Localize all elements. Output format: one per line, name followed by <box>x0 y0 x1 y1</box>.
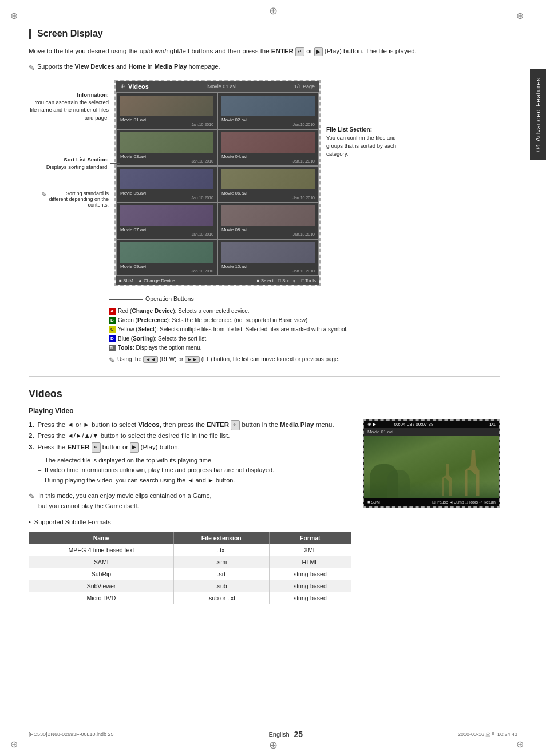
player-cell: Movie 05.avi Jan.10.2010 <box>117 167 217 202</box>
note-icon: ✎ <box>29 62 35 74</box>
operation-title: Operation Buttons <box>145 295 194 302</box>
screen-display-title: Screen Display <box>29 29 500 39</box>
video-preview-header: ⊕ ▶ 00:04:03 / 00:07:38 ———————— 1/1 <box>364 421 499 428</box>
player-cell: Movie 02.avi Jan.10.2010 <box>218 93 318 129</box>
player-cell: Movie 06.avi Jan.10.2010 <box>218 167 318 202</box>
diagram-area: Information: You can ascertain the selec… <box>29 80 500 286</box>
col-ext: File extension <box>173 532 269 544</box>
steps-list: 1. Press the ◄ or ► button to select Vid… <box>29 419 351 453</box>
game-note: ✎ In this mode, you can enjoy movie clip… <box>29 491 351 511</box>
playing-video-title: Playing Video <box>29 407 500 415</box>
op-yellow: C Yellow (Select): Selects multiple file… <box>109 325 500 334</box>
step-1: 1. Press the ◄ or ► button to select Vid… <box>29 419 351 431</box>
video-preview: ⊕ ▶ 00:04:03 / 00:07:38 ———————— 1/1 Mov… <box>363 419 500 508</box>
sub-step-2: If video time information is unknown, pl… <box>38 465 351 476</box>
player-grid: Movie 01.avi Jan.10.2010 Movie 02.avi Ja… <box>116 92 319 276</box>
video-filename: Movie 01.avi <box>364 428 499 436</box>
table-row: MPEG-4 time-based text .ttxt XML <box>29 544 351 556</box>
video-preview-image <box>364 436 499 498</box>
op-tools: TL Tools: Displays the option menu. <box>109 343 500 353</box>
english-label: English <box>268 731 289 738</box>
table-row: SAMI .smi HTML <box>29 556 351 568</box>
operation-section: Operation Buttons A Red (Change Device):… <box>109 295 500 365</box>
crosshair-bottom: ⊕ <box>269 739 278 751</box>
side-tab: 04 Advanced Features <box>530 69 546 160</box>
sub-step-1: The selected file is displayed on the to… <box>38 456 351 466</box>
diagram-labels-left: Information: You can ascertain the selec… <box>29 80 109 286</box>
diagram-labels-right: File List Section: You can confirm the f… <box>326 80 406 286</box>
corner-mark-tr: ⊕ <box>516 10 523 17</box>
footer-date: 2010-03-16 오후 10:24 43 <box>458 731 517 738</box>
videos-section: Videos Playing Video 1. Press the ◄ or ►… <box>29 388 500 604</box>
player-cell: Movie 01.avi Jan.10.2010 <box>117 93 217 129</box>
videos-left: 1. Press the ◄ or ► button to select Vid… <box>29 419 351 604</box>
col-name: Name <box>29 532 174 544</box>
sub-step-3: During playing the video, you can search… <box>38 476 351 486</box>
videos-title: Videos <box>29 388 500 400</box>
intro-text: Move to the file you desired using the u… <box>29 46 500 56</box>
player-header: ⊕ Videos iMovie 01.avi 1/1 Page <box>116 81 319 92</box>
videos-right: ⊕ ▶ 00:04:03 / 00:07:38 ———————— 1/1 Mov… <box>363 419 500 604</box>
crosshair-top: ⊕ <box>269 5 278 17</box>
step-2: 2. Press the ◄/►/▲/▼ button to select th… <box>29 430 351 442</box>
subtitle-table: Name File extension Format MPEG-4 time-b… <box>29 532 351 604</box>
col-format: Format <box>269 532 351 544</box>
player-cell: Movie 07.avi Jan.10.2010 <box>117 203 217 239</box>
table-row: Micro DVD .sub or .txt string-based <box>29 592 351 604</box>
corner-mark-bl: ⊕ <box>10 739 17 746</box>
step-3: 3. Press the ENTER ↵ button or ▶ (Play) … <box>29 442 351 453</box>
section-divider <box>29 376 500 377</box>
subtitle-formats-label: Supported Subtitle Formats <box>29 517 351 528</box>
player-cell: Movie 09.avi Jan.10.2010 <box>117 240 217 275</box>
player-cell: Movie 04.avi Jan.10.2010 <box>218 130 318 165</box>
info-label: Information: You can ascertain the selec… <box>29 91 109 121</box>
table-row: SubViewer .sub string-based <box>29 580 351 592</box>
footer-file: [PC530]BN68-02693F-00L10.indb 25 <box>29 731 114 737</box>
video-preview-footer: ■ SUM ⊡ Pause ◄ Jump □ Tools ↩ Return <box>364 498 499 506</box>
sort-label: Sort List Section: Displays sorting stan… <box>46 156 109 171</box>
corner-mark-tl: ⊕ <box>10 10 17 17</box>
op-blue: D Blue (Sorting): Selects the sort list. <box>109 334 500 343</box>
op-red: A Red (Change Device): Selects a connect… <box>109 307 500 316</box>
player-cell: Movie 08.avi Jan.10.2010 <box>218 203 318 239</box>
page-number: 25 <box>294 730 303 739</box>
op-green: B Green (Preference): Sets the file pref… <box>109 316 500 325</box>
corner-mark-br: ⊕ <box>516 739 523 746</box>
page-footer: [PC530]BN68-02693F-00L10.indb 25 English… <box>0 730 546 739</box>
screen-display-section: Screen Display Move to the file you desi… <box>29 29 500 365</box>
sub-steps-list: The selected file is displayed on the to… <box>38 456 351 486</box>
player-cell: Movie 03.avi Jan.10.2010 <box>117 130 217 165</box>
note-view-devices: ✎ Supports the View Devices and Home in … <box>29 62 500 74</box>
table-row: SubRip .srt string-based <box>29 568 351 580</box>
player-mockup: ⊕ Videos iMovie 01.avi 1/1 Page Movie 01… <box>114 80 321 286</box>
player-footer: ■ SUM ▲ Change Device ■ Select □ Sorting… <box>116 276 319 285</box>
op-note: ✎ Using the ◄◄ (REW) or ►► (FF) button, … <box>109 356 500 365</box>
videos-two-col: 1. Press the ◄ or ► button to select Vid… <box>29 419 500 604</box>
player-cell: Movie 10.avi Jan.10.2010 <box>218 240 318 275</box>
